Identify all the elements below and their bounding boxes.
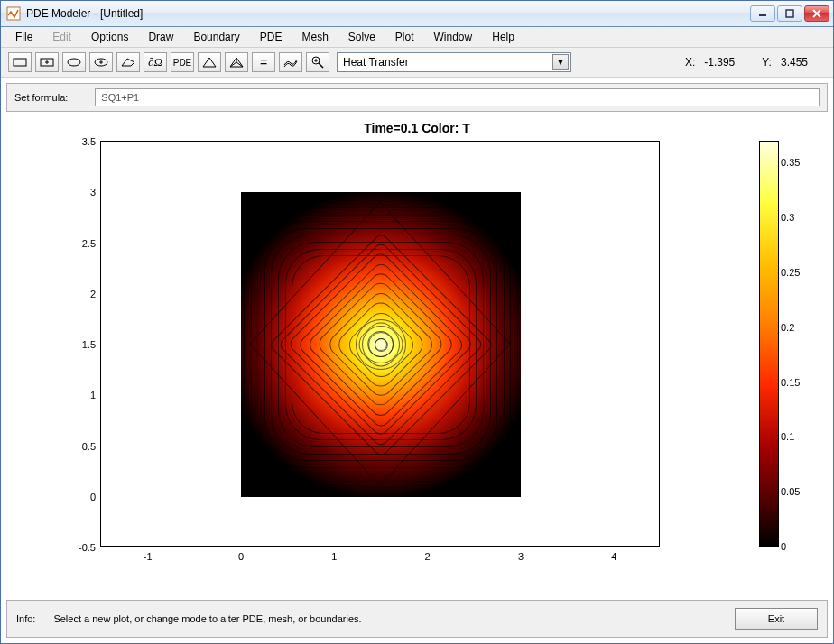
application-mode-select[interactable]: Heat Transfer ▼	[337, 52, 571, 72]
tool-solve[interactable]: =	[252, 52, 275, 72]
menu-solve[interactable]: Solve	[339, 29, 385, 45]
colorbar	[759, 141, 779, 547]
tool-pde-mode[interactable]: PDE	[171, 52, 194, 72]
svg-rect-3	[14, 59, 26, 66]
application-mode-value: Heat Transfer	[343, 56, 409, 69]
formula-bar: Set formula: SQ1+P1	[6, 83, 828, 112]
window-title: PDE Modeler - [Untitled]	[26, 7, 750, 20]
svg-rect-2	[786, 10, 793, 17]
formula-label: Set formula:	[14, 92, 68, 103]
app-icon	[6, 6, 21, 21]
title-bar: PDE Modeler - [Untitled]	[1, 1, 833, 27]
colorbar-ticks: 00.050.10.150.20.250.30.35	[781, 141, 806, 547]
svg-point-8	[95, 59, 107, 66]
tool-mesh-init[interactable]	[198, 52, 221, 72]
menu-boundary[interactable]: Boundary	[184, 29, 248, 45]
svg-line-12	[319, 63, 323, 68]
exit-button[interactable]: Exit	[735, 608, 818, 630]
tool-rectangle[interactable]	[8, 52, 32, 72]
tool-polygon[interactable]	[116, 52, 140, 72]
tool-mesh-refine[interactable]	[225, 52, 248, 72]
tool-ellipse-centered[interactable]	[89, 52, 113, 72]
menu-edit[interactable]: Edit	[43, 29, 80, 45]
tool-ellipse[interactable]	[62, 52, 86, 72]
menu-file[interactable]: File	[6, 29, 42, 45]
menu-options[interactable]: Options	[82, 29, 137, 45]
menu-pde[interactable]: PDE	[251, 29, 292, 45]
plot-area[interactable]: Time=0.1 Color: T -0.500.511.522.533.5 -…	[1, 117, 833, 600]
info-label: Info:	[16, 613, 35, 624]
menu-mesh[interactable]: Mesh	[292, 29, 337, 45]
coordinate-readout: X: -1.395 Y: 3.455	[685, 56, 826, 69]
tool-boundary[interactable]: ∂Ω	[144, 52, 167, 72]
menu-window[interactable]: Window	[425, 29, 482, 45]
plot-title: Time=0.1 Color: T	[1, 121, 833, 135]
menu-plot[interactable]: Plot	[386, 29, 423, 45]
toolbar: ∂Ω PDE = Heat Transfer ▼ X: -1.395 Y: 3.…	[1, 48, 833, 78]
menu-bar: File Edit Options Draw Boundary PDE Mesh…	[1, 27, 833, 48]
svg-point-7	[68, 59, 80, 66]
dropdown-arrow-icon: ▼	[552, 54, 569, 70]
tool-zoom[interactable]	[306, 52, 329, 72]
solution-heatmap	[241, 192, 521, 497]
menu-help[interactable]: Help	[483, 29, 524, 45]
info-text: Select a new plot, or change mode to alt…	[53, 613, 717, 624]
tool-plot3d[interactable]	[279, 52, 302, 72]
menu-draw[interactable]: Draw	[139, 29, 182, 45]
status-bar: Info: Select a new plot, or change mode …	[6, 600, 828, 638]
formula-input[interactable]: SQ1+P1	[95, 88, 820, 106]
tool-rectangle-centered[interactable]	[35, 52, 59, 72]
close-button[interactable]	[804, 5, 829, 22]
axes: -0.500.511.522.533.5 -101234	[100, 141, 660, 547]
svg-point-11	[312, 57, 320, 64]
maximize-button[interactable]	[777, 5, 802, 22]
minimize-button[interactable]	[750, 5, 775, 22]
svg-rect-4	[41, 59, 53, 66]
